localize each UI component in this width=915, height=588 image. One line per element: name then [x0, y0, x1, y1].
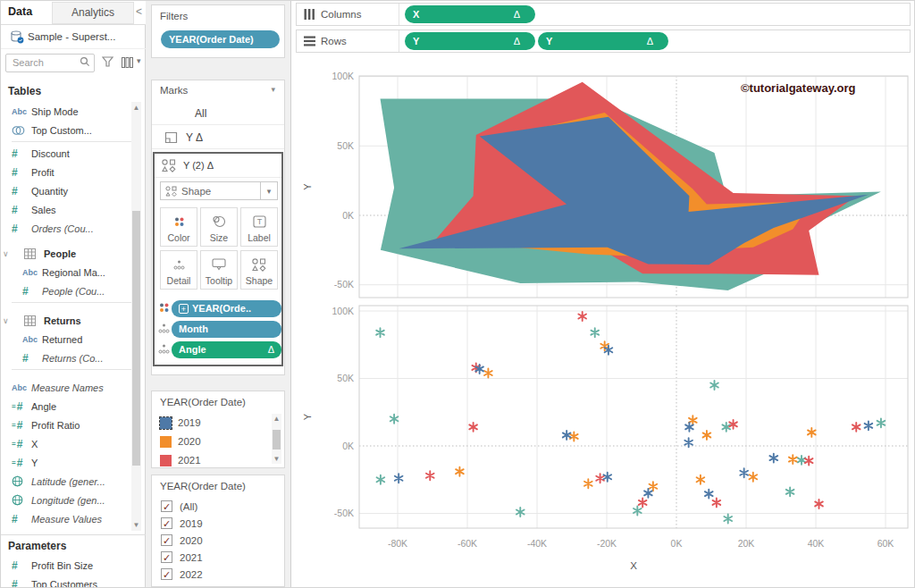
- scatter-mark-2019[interactable]: [740, 468, 748, 477]
- field-top-custom[interactable]: Top Custom...: [1, 121, 131, 139]
- legend-scrollbar[interactable]: ▲ ▼: [272, 414, 281, 464]
- field-profit[interactable]: #Profit: [1, 163, 131, 181]
- scroll-up-icon[interactable]: ▲: [131, 104, 141, 112]
- shape-dropdown-caret-icon[interactable]: ▾: [260, 182, 277, 199]
- scatter-mark-2019[interactable]: [644, 489, 652, 498]
- fields-scrollbar[interactable]: ▲ ▼: [131, 102, 141, 531]
- scatter-mark-2020[interactable]: [484, 368, 492, 377]
- color-button[interactable]: Color: [160, 207, 197, 247]
- pill-angle[interactable]: AngleΔ: [172, 341, 281, 358]
- legend-scroll-up-icon[interactable]: ▲: [272, 415, 281, 423]
- scatter-mark-2020[interactable]: [789, 455, 797, 464]
- fields-scroll-thumb[interactable]: [132, 211, 140, 466]
- field-quantity[interactable]: #Quantity: [1, 181, 131, 200]
- pill-year-orde-[interactable]: +YEAR(Orde..: [172, 300, 281, 317]
- rows-pill-y-1[interactable]: YΔ: [538, 32, 668, 50]
- shape-button[interactable]: Shape: [240, 250, 278, 290]
- scatter-mark-2020[interactable]: [808, 428, 816, 437]
- filter-funnel-icon[interactable]: [102, 56, 114, 70]
- legend-item-2019[interactable]: 2019: [160, 414, 201, 432]
- columns-pill-x-0[interactable]: XΔ: [405, 5, 535, 23]
- scatter-mark-2019[interactable]: [395, 474, 403, 483]
- field-returned[interactable]: AbcReturned: [1, 330, 131, 349]
- checkbox[interactable]: ✓: [161, 568, 172, 580]
- scatter-mark-2020[interactable]: [570, 432, 578, 441]
- field-orders-cou[interactable]: #Orders (Cou...: [1, 219, 131, 238]
- legend-item-2020[interactable]: 2020: [160, 433, 201, 450]
- filter-check-all[interactable]: ✓(All): [161, 498, 197, 515]
- scatter-mark-2019[interactable]: [769, 454, 777, 463]
- scatter-mark-2021[interactable]: [852, 423, 860, 432]
- field-discount[interactable]: #Discount: [1, 144, 131, 163]
- filter-check-2021[interactable]: ✓2021: [161, 549, 203, 566]
- filter-check-2020[interactable]: ✓2020: [161, 532, 203, 549]
- tab-data[interactable]: Data: [8, 5, 32, 18]
- field-x[interactable]: =#X: [1, 434, 131, 453]
- checkbox[interactable]: ✓: [161, 551, 172, 563]
- columns-shelf[interactable]: Columns XΔ: [296, 3, 911, 26]
- color-swatch[interactable]: [160, 417, 172, 429]
- scatter-mark-2020[interactable]: [697, 475, 705, 484]
- size-button[interactable]: Size: [200, 207, 238, 247]
- scatter-mark-2019[interactable]: [563, 431, 571, 440]
- parameter-profit-bin-size[interactable]: #Profit Bin Size: [1, 556, 131, 575]
- checkbox[interactable]: ✓: [161, 534, 172, 546]
- collapse-pane-icon[interactable]: <: [136, 5, 142, 18]
- scatter-mark-2021[interactable]: [469, 423, 477, 432]
- view-as-columns-icon[interactable]: [122, 57, 134, 70]
- scatter-mark-2019[interactable]: [705, 490, 713, 499]
- field-returns-co[interactable]: #Returns (Co...: [1, 349, 131, 367]
- scroll-down-icon[interactable]: ▼: [131, 521, 141, 529]
- scatter-mark-2021[interactable]: [426, 471, 434, 480]
- scatter-mark-2021[interactable]: [578, 312, 586, 321]
- legend-item-2021[interactable]: 2021: [160, 451, 201, 469]
- scatter-mark-2022[interactable]: [377, 475, 385, 484]
- parameter-top-customers[interactable]: #Top Customers: [1, 575, 131, 588]
- scatter-mark-2020[interactable]: [703, 431, 711, 440]
- tooltip-button[interactable]: Tooltip: [200, 250, 238, 290]
- field-ship-mode[interactable]: AbcShip Mode: [1, 102, 131, 121]
- legend-scroll-down-icon[interactable]: ▼: [272, 455, 281, 463]
- datasource-row[interactable]: Sample - Superst...: [1, 25, 146, 49]
- scatter-mark-2022[interactable]: [786, 487, 794, 496]
- field-people[interactable]: ∨People: [1, 244, 131, 263]
- scatter-mark-2022[interactable]: [591, 328, 599, 337]
- field-returns[interactable]: ∨Returns: [1, 311, 131, 330]
- color-swatch[interactable]: [160, 436, 172, 448]
- field-latitude-gener[interactable]: Latitude (gener...: [1, 472, 131, 491]
- chart-canvas[interactable]: 100K50K0K-50KY100K50K0K-50KY-80K-60K-40K…: [291, 56, 915, 588]
- scatter-mark-2020[interactable]: [456, 467, 464, 476]
- marks-row-y[interactable]: Y Δ: [152, 126, 284, 149]
- shape-dropdown[interactable]: Shape ▾: [160, 181, 278, 200]
- marks-card-y2-selected[interactable]: Y (2) Δ Shape ▾ ColorSizeTLabelDetailToo…: [153, 152, 283, 366]
- checkbox[interactable]: ✓: [161, 517, 172, 529]
- filter-pill-year-order-date[interactable]: YEAR(Order Date): [161, 30, 280, 48]
- checkbox[interactable]: ✓: [161, 500, 172, 512]
- scatter-mark-2022[interactable]: [516, 508, 525, 517]
- label-button[interactable]: TLabel: [240, 207, 278, 247]
- scatter-mark-2020[interactable]: [584, 479, 592, 488]
- field-y[interactable]: =#Y: [1, 453, 131, 472]
- scatter-mark-2022[interactable]: [376, 328, 384, 337]
- rows-shelf[interactable]: Rows YΔYΔ: [296, 29, 911, 53]
- scatter-mark-2019[interactable]: [684, 438, 693, 447]
- field-profit-ratio[interactable]: =#Profit Ratio: [1, 416, 131, 434]
- scatter-mark-2022[interactable]: [877, 418, 886, 427]
- marks-caret-icon[interactable]: ▾: [271, 85, 275, 94]
- scatter-mark-2021[interactable]: [596, 474, 604, 483]
- tab-analytics[interactable]: Analytics: [52, 2, 134, 24]
- scatter-mark-2022[interactable]: [710, 381, 718, 390]
- filter-check-2019[interactable]: ✓2019: [161, 515, 203, 532]
- pill-month[interactable]: Month: [172, 321, 281, 338]
- scatter-mark-2020[interactable]: [650, 482, 658, 491]
- field-measure-values[interactable]: #Measure Values: [1, 509, 131, 528]
- view-as-caret-icon[interactable]: ▾: [137, 56, 141, 65]
- field-people-cou[interactable]: #People (Cou...: [1, 281, 131, 300]
- field-measure-names[interactable]: AbcMeasure Names: [1, 378, 131, 397]
- marks-row-all[interactable]: All: [152, 102, 284, 125]
- color-swatch[interactable]: [160, 455, 172, 466]
- scatter-mark-2019[interactable]: [865, 421, 873, 430]
- scatter-mark-2020[interactable]: [749, 473, 757, 482]
- scatter-mark-2021[interactable]: [639, 498, 647, 507]
- field-regional-ma[interactable]: AbcRegional Ma...: [1, 263, 131, 281]
